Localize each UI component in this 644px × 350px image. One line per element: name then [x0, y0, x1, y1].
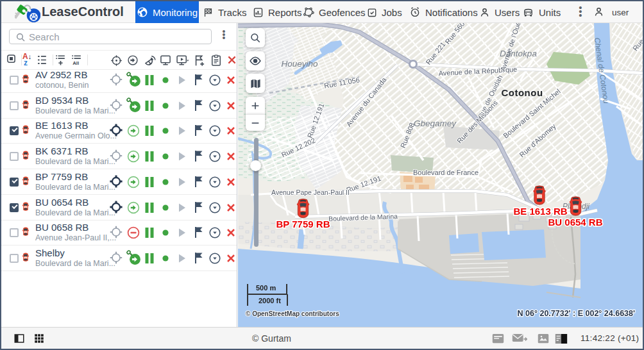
svg-text:Gbegamey: Gbegamey — [414, 119, 457, 128]
svg-text:Dantokpa: Dantokpa — [500, 49, 537, 58]
svg-text:BP 7759 RB: BP 7759 RB — [276, 219, 330, 229]
svg-text:All: All — [72, 60, 79, 66]
svg-text:500 m: 500 m — [256, 284, 276, 292]
svg-text:Avenue Pape Jean-Paul II: Avenue Pape Jean-Paul II — [271, 188, 350, 196]
svg-text:Cotonou: Cotonou — [501, 87, 543, 98]
svg-text:Boulevard de France: Boulevard de France — [413, 169, 479, 176]
svg-text:BU 0654 RB: BU 0654 RB — [548, 217, 602, 228]
svg-text:BE 1613 RB: BE 1613 RB — [513, 206, 567, 217]
svg-text:2000 ft: 2000 ft — [258, 297, 281, 304]
svg-text:© OpenStreetMap contributors: © OpenStreetMap contributors — [246, 310, 339, 317]
svg-text:N 06° 20.7732' : E 002° 24.663: N 06° 20.7732' : E 002° 24.6638' — [518, 309, 635, 318]
svg-text:Houeyiho: Houeyiho — [281, 59, 318, 69]
